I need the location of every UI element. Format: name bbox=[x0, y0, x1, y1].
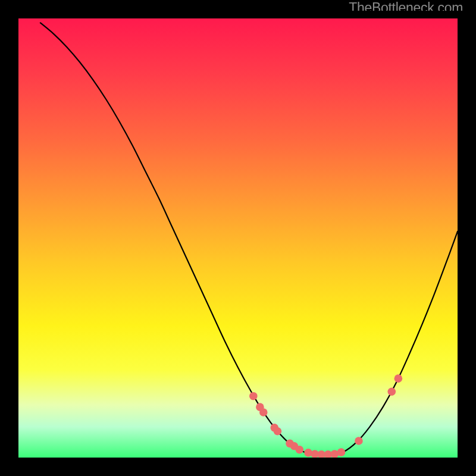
plot-area bbox=[18, 18, 458, 458]
data-dot bbox=[274, 427, 282, 436]
data-dot bbox=[355, 437, 363, 445]
data-dots bbox=[249, 374, 402, 458]
data-dot bbox=[296, 446, 304, 454]
chart-svg bbox=[18, 18, 458, 458]
data-dot bbox=[394, 374, 403, 383]
data-dot bbox=[388, 388, 396, 396]
data-dot bbox=[249, 392, 258, 400]
data-dot bbox=[259, 408, 268, 416]
data-dot bbox=[337, 448, 346, 456]
chart-frame bbox=[11, 11, 465, 465]
